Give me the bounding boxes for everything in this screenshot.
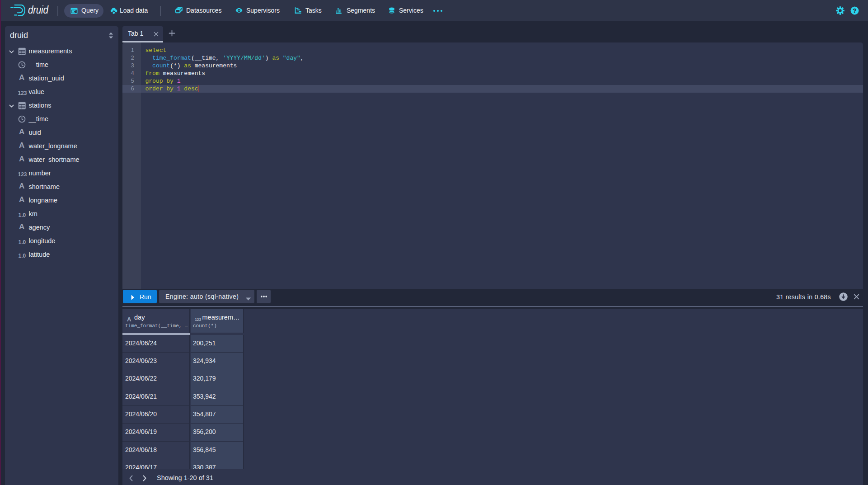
svg-text:?: ? — [853, 7, 857, 14]
